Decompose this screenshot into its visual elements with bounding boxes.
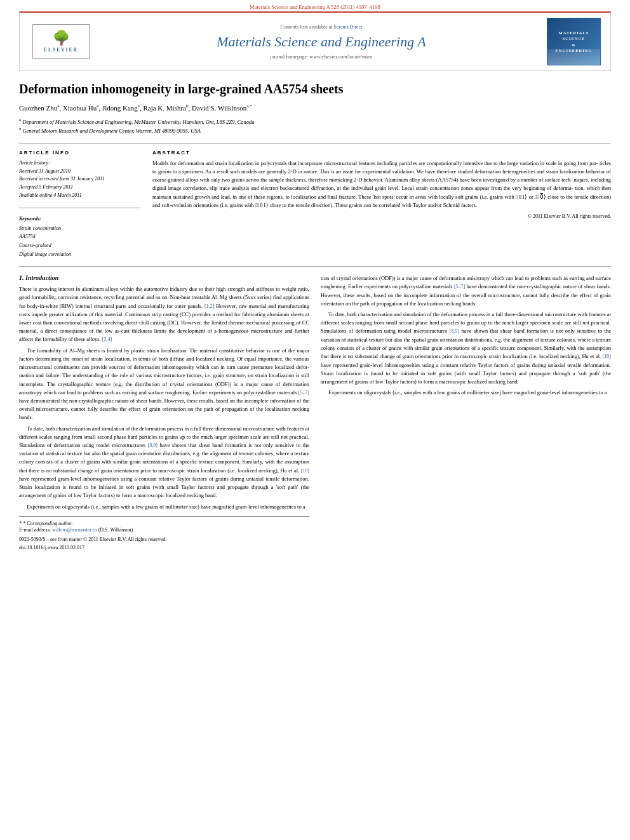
affil-b: b General Motors Research and Developmen… <box>19 126 611 135</box>
email-link[interactable]: wilkins@mcmaster.ca <box>52 527 97 533</box>
keywords-title: Keywords: <box>19 216 140 222</box>
intro-para3: To date, both characterization and simul… <box>19 425 309 500</box>
ms-logo-section: MATERIALSSCIENCE&ENGINEERING <box>547 18 604 65</box>
intro-title: Introduction <box>25 274 58 281</box>
article-info-header: ARTICLE INFO <box>19 150 140 156</box>
body-left-col: 1. Introduction There is growing interes… <box>19 274 309 550</box>
sup-ac: a,* <box>246 103 251 109</box>
article-history: Article history: Received 31 August 2010… <box>19 159 140 200</box>
issn-line: 0921-5093/$ – see front matter © 2011 El… <box>19 537 309 542</box>
right-para1: tion of crystal orientations (ODF)) is a… <box>321 274 611 308</box>
keyword-1: Strain concentration <box>19 224 140 233</box>
ref-r-5-7[interactable]: [5–7] <box>454 284 465 290</box>
ref-1-2[interactable]: [1,2] <box>204 303 214 309</box>
ref-r-8-9[interactable]: [8,9] <box>450 328 459 334</box>
abstract-text: Models for deformation and strain locali… <box>152 159 611 210</box>
elsevier-wordmark: ELSEVIER <box>44 47 78 53</box>
body-columns: 1. Introduction There is growing interes… <box>19 274 611 550</box>
doi-line: doi:10.1016/j.msea.2011.02.017 <box>19 545 309 550</box>
affiliations: a Department of Materials Science and En… <box>19 117 611 135</box>
ref-r-10[interactable]: [10] <box>603 354 611 359</box>
affil-letter-b: b <box>19 126 21 131</box>
email-label: E-mail address: <box>19 527 51 533</box>
abstract-header: ABSTRACT <box>152 150 611 156</box>
citation-bar: Materials Science and Engineering A 528 … <box>0 0 630 11</box>
intro-body: There is growing interest in aluminum al… <box>19 285 309 511</box>
keywords-list: Strain concentration AA5754 Coarse-grain… <box>19 224 140 258</box>
copyright-line: © 2011 Elsevier B.V. All rights reserved… <box>152 213 611 219</box>
intro-para2: The formability of Al–Mg sheets is limit… <box>19 347 309 422</box>
intro-para4: Experiments on oligocrystals (i.e., samp… <box>19 503 309 511</box>
intro-right-text: tion of crystal orientations (ODF)) is a… <box>321 274 611 397</box>
article-info-col: ARTICLE INFO Article history: Received 3… <box>19 150 140 258</box>
elsevier-logo-section: 🌳 ELSEVIER <box>26 24 96 59</box>
intro-para1: There is growing interest in aluminum al… <box>19 285 309 344</box>
main-divider <box>19 266 611 267</box>
divider-info <box>19 208 140 208</box>
accepted-date: Accepted 5 February 2011 <box>19 183 140 192</box>
paper-title: Deformation inhomogeneity in large-grain… <box>19 81 611 97</box>
sup-a1: a <box>57 103 59 109</box>
body-right-col: tion of crystal orientations (ODF)) is a… <box>321 274 611 550</box>
keywords-section: Keywords: Strain concentration AA5754 Co… <box>19 216 140 258</box>
ms-logo-box: MATERIALSSCIENCE&ENGINEERING <box>547 18 601 65</box>
sup-a3: a <box>138 103 140 109</box>
revised-date: Received in revised form 31 January 2011 <box>19 175 140 183</box>
journal-homepage: journal homepage: www.elsevier.com/locat… <box>109 54 534 60</box>
affil-letter-a: a <box>19 117 21 122</box>
intro-section-title: 1. Introduction <box>19 274 309 281</box>
available-date: Available online 4 March 2011 <box>19 192 140 200</box>
right-para2: To date, both characterization and simul… <box>321 310 611 386</box>
corresponding-label: * * Corresponding author. <box>19 521 309 526</box>
ref-8-9[interactable]: [8,9] <box>148 443 158 448</box>
keyword-3: Coarse-grained <box>19 241 140 250</box>
ms-logo-image <box>547 49 600 65</box>
keyword-2: AA5754 <box>19 232 140 241</box>
elsevier-logo: 🌳 ELSEVIER <box>26 24 96 59</box>
ref-10[interactable]: [10] <box>301 468 309 474</box>
journal-title: Materials Science and Engineering A <box>109 34 534 50</box>
journal-header: 🌳 ELSEVIER Contents lists available at S… <box>19 11 611 71</box>
elsevier-box: 🌳 ELSEVIER <box>32 24 90 59</box>
history-header: Article history: <box>19 159 140 168</box>
abstract-col: ABSTRACT Models for deformation and stra… <box>152 150 611 258</box>
main-content: Deformation inhomogeneity in large-grain… <box>19 71 611 560</box>
ref-3-4[interactable]: [3,4] <box>102 337 112 342</box>
received-date: Received 31 August 2010 <box>19 168 140 176</box>
right-para3: Experiments on oligocrystals (i.e., samp… <box>321 389 611 397</box>
sup-a2: a <box>97 103 98 109</box>
journal-title-section: Contents lists available at ScienceDirec… <box>96 24 547 60</box>
article-info-abstract: ARTICLE INFO Article history: Received 3… <box>19 143 611 258</box>
intro-num: 1. <box>19 274 24 281</box>
sciencedirect-link[interactable]: ScienceDirect <box>334 24 363 30</box>
contents-line: Contents lists available at ScienceDirec… <box>109 24 534 30</box>
affil-a: a Department of Materials Science and En… <box>19 117 611 126</box>
elsevier-tree-icon: 🌳 <box>53 31 70 45</box>
keyword-4: Digital image correlation <box>19 250 140 259</box>
email-person: (D.S. Wilkinson). <box>98 527 134 533</box>
footnote-section: * * Corresponding author. E-mail address… <box>19 516 309 550</box>
sup-b: b <box>186 103 189 109</box>
corresponding-text: * Corresponding author. <box>23 521 73 526</box>
citation-text: Materials Science and Engineering A 528 … <box>250 4 380 10</box>
authors: Guozhen Zhua, Xiaohua Hua, Jidong Kanga,… <box>19 103 611 112</box>
email-line: E-mail address: wilkins@mcmaster.ca (D.S… <box>19 526 309 534</box>
contents-label: Contents lists available at <box>281 24 333 30</box>
ref-5-7[interactable]: [5–7] <box>298 390 309 396</box>
